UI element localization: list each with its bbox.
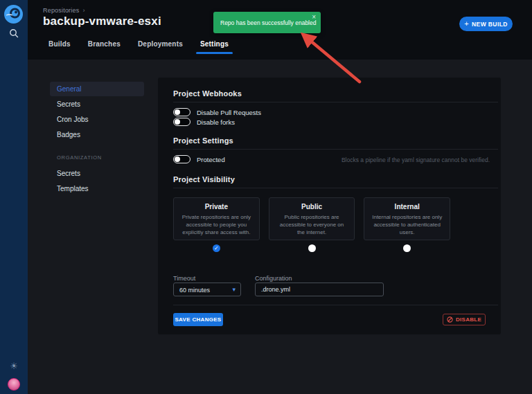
section-title-project-settings: Project Settings — [173, 136, 233, 145]
toggle-label: Disable forks — [197, 118, 235, 126]
card-description: Internal repositories are only accessibl… — [371, 213, 443, 237]
divider — [173, 305, 498, 305]
toggle-label: Protected — [197, 156, 225, 163]
page-title: backup-vmware-esxi — [43, 15, 161, 28]
disable-forks-toggle[interactable] — [173, 118, 190, 126]
radio-public[interactable] — [308, 244, 316, 252]
save-changes-button[interactable]: SAVE CHANGES — [173, 313, 223, 326]
disable-label: DISABLE — [456, 316, 481, 323]
visibility-radios: ✓ — [173, 244, 450, 252]
card-title: Internal — [371, 203, 443, 211]
drone-repo-settings-page: { "sidebar": { "logo": "drone-logo", "se… — [0, 0, 532, 394]
sidebar-item-secrets[interactable]: Secrets — [57, 100, 80, 108]
visibility-cards: Private Private repositories are only ac… — [173, 197, 450, 240]
sidebar-item-cron-jobs[interactable]: Cron Jobs — [57, 116, 89, 123]
toggle-label: Disable Pull Requests — [197, 109, 261, 116]
plus-icon: + — [464, 19, 469, 28]
sidebar-item-org-secrets[interactable]: Secrets — [57, 170, 80, 177]
card-title: Public — [276, 203, 348, 211]
visibility-card-private[interactable]: Private Private repositories are only ac… — [173, 197, 260, 240]
timeout-value: 60 minutes — [179, 287, 210, 294]
prohibited-icon — [447, 316, 453, 323]
visibility-card-public[interactable]: Public Public repositories are accessibl… — [269, 197, 355, 240]
tab-branches[interactable]: Branches — [86, 40, 123, 54]
disable-button[interactable]: DISABLE — [443, 314, 486, 325]
divider — [173, 188, 498, 188]
card-description: Public repositories are accessible to ev… — [276, 213, 348, 237]
card-title: Private — [180, 203, 253, 211]
breadcrumb[interactable]: Repositories› — [43, 7, 85, 14]
drone-logo-icon[interactable] — [4, 5, 23, 24]
new-build-label: NEW BUILD — [472, 21, 508, 28]
divider — [173, 149, 498, 150]
toggle-knob — [175, 109, 180, 115]
chevron-right-icon: › — [82, 7, 85, 14]
toggle-row-disable-forks: Disable forks — [173, 118, 235, 126]
protected-note: Blocks a pipeline if the yaml signature … — [342, 156, 490, 163]
tab-settings[interactable]: Settings — [198, 40, 231, 54]
toast-close-icon[interactable]: × — [312, 13, 316, 21]
toggle-knob — [175, 119, 180, 125]
section-title-visibility: Project Visibility — [173, 175, 235, 183]
visibility-card-internal[interactable]: Internal Internal repositories are only … — [364, 197, 450, 240]
configuration-input[interactable] — [255, 283, 384, 296]
sidebar-item-org-templates[interactable]: Templates — [57, 185, 89, 192]
timeout-label: Timeout — [173, 275, 195, 282]
card-description: Private repositories are only accessible… — [180, 213, 253, 237]
toggle-knob — [175, 156, 180, 162]
sidebar-item-general[interactable]: General — [50, 82, 144, 96]
sidebar-item-badges[interactable]: Badges — [57, 131, 80, 138]
timeout-select[interactable]: 60 minutes ▾ — [173, 283, 241, 296]
toggle-row-protected: Protected — [173, 155, 225, 163]
toast-message: Repo has been successfully enabled — [220, 19, 316, 26]
toggle-row-disable-pull-requests: Disable Pull Requests — [173, 108, 261, 116]
theme-toggle-sun-icon[interactable]: ☀ — [7, 359, 21, 373]
chevron-down-icon: ▾ — [232, 286, 236, 293]
new-build-button[interactable]: + NEW BUILD — [459, 17, 513, 31]
breadcrumb-label[interactable]: Repositories — [43, 7, 79, 14]
divider — [173, 102, 498, 102]
repo-tabs: Builds Branches Deployments Settings — [46, 40, 231, 54]
app-sidebar: ☀ — [0, 0, 28, 394]
disable-pull-requests-toggle[interactable] — [173, 108, 190, 116]
tab-builds[interactable]: Builds — [46, 40, 73, 54]
tab-deployments[interactable]: Deployments — [136, 40, 185, 54]
radio-internal[interactable] — [403, 244, 411, 252]
nav-section-organization: ORGANIZATION — [57, 154, 102, 161]
section-title-webhooks: Project Webhooks — [173, 89, 242, 98]
user-avatar[interactable] — [8, 378, 20, 391]
sidebar-item-label: General — [57, 85, 82, 93]
configuration-label: Configuration — [255, 275, 292, 282]
settings-panel: Project Webhooks Disable Pull Requests D… — [158, 78, 501, 334]
protected-toggle[interactable] — [173, 155, 190, 163]
search-icon[interactable] — [8, 28, 19, 39]
radio-private-checked[interactable]: ✓ — [213, 244, 220, 252]
toast-success: Repo has been successfully enabled × — [213, 12, 321, 33]
